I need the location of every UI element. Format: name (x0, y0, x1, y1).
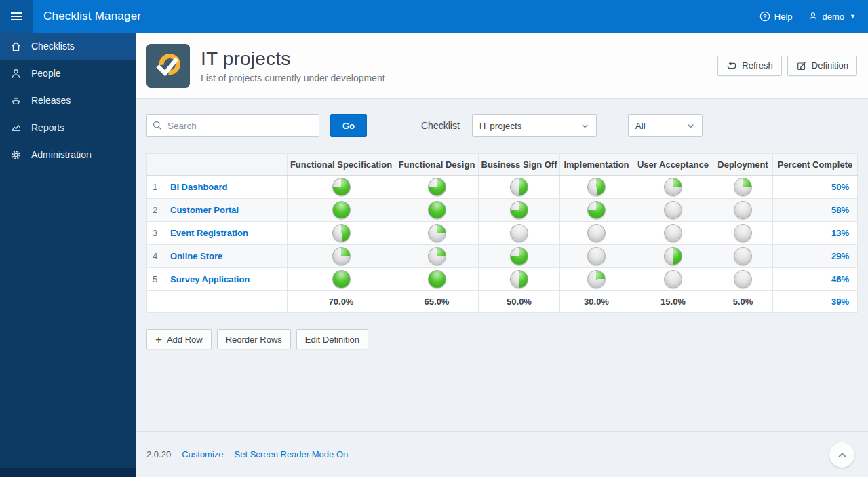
progress-pie[interactable] (428, 247, 446, 265)
progress-cell (288, 245, 395, 268)
percent-complete-link[interactable]: 58% (831, 205, 849, 215)
sidebar-item-reports[interactable]: Reports (0, 114, 136, 141)
topbar-actions: ? Help demo ▼ (760, 11, 868, 22)
edit-definition-button[interactable]: Edit Definition (296, 329, 368, 349)
project-name-cell: Survey Application (163, 268, 288, 291)
progress-pie[interactable] (734, 201, 752, 219)
hamburger-icon (11, 12, 22, 14)
chevron-down-icon: ▼ (850, 13, 856, 20)
progress-pie[interactable] (734, 247, 752, 265)
progress-pie[interactable] (332, 224, 351, 242)
progress-pie[interactable] (510, 201, 528, 219)
hamburger-menu-button[interactable] (0, 0, 33, 33)
customize-link[interactable]: Customize (182, 449, 223, 459)
percent-complete-link[interactable]: 50% (831, 182, 849, 192)
progress-pie[interactable] (332, 201, 351, 219)
progress-pie[interactable] (332, 270, 351, 288)
sidebar-item-label: Checklists (31, 41, 75, 52)
progress-pie[interactable] (587, 247, 606, 265)
column-header: Deployment (713, 154, 773, 176)
progress-pie[interactable] (587, 178, 606, 196)
progress-pie[interactable] (734, 178, 752, 196)
go-button[interactable]: Go (330, 114, 367, 137)
reorder-rows-button[interactable]: Reorder Rows (217, 329, 291, 349)
percent-complete-cell: 29% (773, 245, 858, 268)
project-link[interactable]: BI Dashboard (170, 182, 228, 192)
row-actions: + Add Row Reorder Rows Edit Definition (146, 329, 857, 349)
top-bar: Checklist Manager ? Help demo ▼ (0, 0, 868, 33)
refresh-button[interactable]: Refresh (717, 56, 782, 76)
progress-pie[interactable] (428, 224, 446, 242)
project-link[interactable]: Survey Application (170, 274, 250, 284)
progress-cell (633, 268, 713, 291)
progress-pie[interactable] (510, 178, 528, 196)
page-subtitle: List of projects currently under develop… (201, 73, 385, 83)
empty-cell (147, 291, 163, 313)
table-row: 2Customer Portal58% (147, 199, 858, 222)
checklist-select[interactable]: IT projects (472, 114, 597, 137)
progress-pie[interactable] (734, 270, 752, 288)
sidebar-item-checklists[interactable]: Checklists (0, 33, 136, 60)
add-row-button[interactable]: + Add Row (146, 329, 212, 349)
table-row: 4Online Store29% (147, 245, 858, 268)
refresh-icon (726, 60, 737, 71)
progress-pie[interactable] (587, 201, 606, 219)
progress-cell (395, 199, 479, 222)
user-label: demo (823, 12, 845, 22)
progress-pie[interactable] (734, 224, 752, 242)
percent-complete-cell: 58% (773, 199, 858, 222)
edit-icon (796, 60, 807, 71)
scroll-to-top-button[interactable] (829, 442, 854, 468)
progress-pie[interactable] (510, 270, 528, 288)
grand-total-link[interactable]: 39% (831, 297, 849, 307)
progress-cell (288, 222, 395, 245)
progress-pie[interactable] (510, 224, 528, 242)
progress-pie[interactable] (664, 201, 682, 219)
project-name-cell: Online Store (163, 245, 288, 268)
progress-pie[interactable] (428, 201, 446, 219)
percent-complete-link[interactable]: 29% (831, 251, 849, 261)
sidebar-item-people[interactable]: People (0, 60, 136, 87)
empty-cell (163, 291, 288, 313)
project-link[interactable]: Online Store (170, 251, 222, 261)
sidebar-item-releases[interactable]: Releases (0, 87, 136, 114)
progress-cell (713, 176, 773, 199)
progress-cell (633, 199, 713, 222)
user-menu[interactable]: demo ▼ (808, 11, 856, 22)
percent-complete-link[interactable]: 46% (831, 274, 849, 284)
progress-pie[interactable] (510, 247, 528, 265)
person-icon (10, 68, 22, 79)
project-name-header (163, 154, 288, 176)
progress-pie[interactable] (587, 270, 606, 288)
progress-pie[interactable] (664, 224, 682, 242)
percent-complete-cell: 46% (773, 268, 858, 291)
screen-reader-link[interactable]: Set Screen Reader Mode On (235, 449, 349, 459)
progress-pie[interactable] (428, 270, 446, 288)
checklist-select-value: IT projects (479, 121, 522, 131)
help-menu[interactable]: ? Help (760, 11, 793, 22)
row-number-header (147, 154, 163, 176)
progress-pie[interactable] (664, 247, 682, 265)
search-input[interactable] (146, 114, 319, 137)
progress-pie[interactable] (587, 224, 606, 242)
row-number-cell: 4 (147, 245, 163, 268)
progress-pie[interactable] (332, 247, 351, 265)
chart-icon (10, 122, 22, 134)
progress-pie[interactable] (332, 178, 351, 196)
checklist-table: Functional SpecificationFunctional Desig… (146, 153, 858, 313)
home-icon (10, 41, 22, 52)
progress-cell (479, 222, 560, 245)
project-link[interactable]: Event Registration (170, 228, 248, 238)
progress-pie[interactable] (664, 178, 682, 196)
definition-button[interactable]: Definition (787, 56, 857, 76)
sidebar-item-administration[interactable]: Administration (0, 141, 136, 168)
column-total-cell: 50.0% (479, 291, 560, 313)
progress-cell (713, 222, 773, 245)
status-select[interactable]: All (628, 114, 703, 137)
project-link[interactable]: Customer Portal (170, 205, 239, 215)
percent-complete-link[interactable]: 13% (831, 228, 849, 238)
progress-pie[interactable] (664, 270, 682, 288)
column-header: User Acceptance (633, 154, 713, 176)
progress-pie[interactable] (428, 178, 446, 196)
row-number-cell: 2 (147, 199, 163, 222)
